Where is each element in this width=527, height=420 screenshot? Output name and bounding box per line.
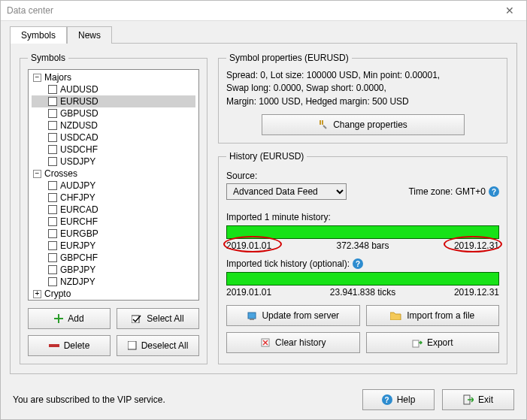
footer: You are subscribed to the VIP service. ?… xyxy=(1,383,526,419)
deselect-all-button[interactable]: Deselect All xyxy=(117,335,199,356)
checkbox-icon[interactable] xyxy=(48,157,57,166)
checkbox-checked-icon xyxy=(132,314,142,323)
tree-item[interactable]: USDCAD xyxy=(32,131,195,144)
collapse-icon[interactable]: − xyxy=(33,74,41,82)
delete-button[interactable]: Delete xyxy=(28,335,111,356)
tree-group-label: Majors xyxy=(44,71,71,83)
tree-item-label: NZDUSD xyxy=(60,119,98,131)
help-icon[interactable]: ? xyxy=(489,186,499,197)
tree-item[interactable]: NZDJPY xyxy=(32,276,195,288)
checkbox-icon[interactable] xyxy=(48,97,57,106)
props-line1: Spread: 0, Lot size: 100000 USD, Min poi… xyxy=(226,69,499,82)
update-label: Update from server xyxy=(262,310,339,321)
timezone-label: Time zone: GMT+0 xyxy=(408,186,486,197)
minute-history-bar xyxy=(226,225,499,239)
tab-news[interactable]: News xyxy=(67,26,112,44)
server-icon xyxy=(247,310,257,321)
checkbox-icon[interactable] xyxy=(48,181,57,190)
change-properties-button[interactable]: Change properties xyxy=(262,114,465,135)
import-label: Import from a file xyxy=(407,310,474,321)
export-icon xyxy=(412,337,423,348)
plus-icon xyxy=(54,314,63,323)
tree-item[interactable]: GBPUSD xyxy=(32,107,195,119)
checkbox-icon[interactable] xyxy=(48,253,57,262)
clear-history-button[interactable]: Clear history xyxy=(226,332,360,353)
collapse-icon[interactable]: − xyxy=(33,170,41,178)
symbols-tree[interactable]: −MajorsAUDUSDEURUSDGBPUSDNZDUSDUSDCADUSD… xyxy=(28,69,199,301)
tree-item[interactable]: CHFJPY xyxy=(32,192,195,204)
checkbox-icon[interactable] xyxy=(48,121,57,130)
checkbox-icon[interactable] xyxy=(48,145,57,154)
tree-item[interactable]: AUDJPY xyxy=(32,180,195,192)
change-properties-label: Change properties xyxy=(333,119,407,130)
help-button[interactable]: ? Help xyxy=(362,389,435,410)
add-button[interactable]: Add xyxy=(28,308,111,329)
add-label: Add xyxy=(68,313,83,324)
history-buttons: Update from server Import from a file Cl… xyxy=(226,305,499,353)
checkbox-icon[interactable] xyxy=(48,85,57,94)
tree-item[interactable]: EURGBP xyxy=(32,228,195,240)
svg-rect-6 xyxy=(413,340,419,347)
checkbox-icon[interactable] xyxy=(48,133,57,142)
checkbox-icon[interactable] xyxy=(48,217,57,226)
svg-rect-3 xyxy=(248,313,256,319)
checkbox-icon[interactable] xyxy=(48,277,57,286)
close-icon[interactable]: ✕ xyxy=(499,3,520,18)
source-select[interactable]: Advanced Data Feed xyxy=(226,183,347,200)
checkbox-icon[interactable] xyxy=(48,109,57,118)
help-icon[interactable]: ? xyxy=(353,258,363,269)
tree-item[interactable]: USDJPY xyxy=(32,156,195,168)
tree-item[interactable]: GBPCHF xyxy=(32,252,195,264)
left-column: Symbols −MajorsAUDUSDEURUSDGBPUSDNZDUSDU… xyxy=(20,53,207,364)
select-all-label: Select All xyxy=(147,313,183,324)
tree-item[interactable]: EURJPY xyxy=(32,240,195,252)
tick-bar-wrap: 2019.01.01 23.941.838 ticks 2019.12.31 xyxy=(226,272,499,298)
properties-group: Symbol properties (EURUSD) Spread: 0, Lo… xyxy=(218,53,507,144)
checkbox-icon[interactable] xyxy=(48,265,57,274)
tree-item[interactable]: GBPJPY xyxy=(32,264,195,276)
tree-item[interactable]: EURCHF xyxy=(32,216,195,228)
tree-item-label: NZDJPY xyxy=(60,276,95,288)
tree-item-label: USDCHF xyxy=(60,144,98,156)
checkbox-icon[interactable] xyxy=(48,229,57,238)
history-legend: History (EURUSD) xyxy=(226,151,307,162)
tree-item[interactable]: USDCHF xyxy=(32,144,195,156)
import-from-file-button[interactable]: Import from a file xyxy=(366,305,500,326)
source-label: Source: xyxy=(226,171,499,181)
clear-label: Clear history xyxy=(275,337,326,348)
update-from-server-button[interactable]: Update from server xyxy=(226,305,360,326)
tick-history-label-row: Imported tick history (optional): ? xyxy=(226,258,499,269)
titlebar: Data center ✕ xyxy=(1,1,526,21)
exit-button[interactable]: Exit xyxy=(442,389,514,410)
history-group: History (EURUSD) Source: Advanced Data F… xyxy=(218,151,507,364)
wrench-icon xyxy=(318,119,329,130)
tree-item-label: EURJPY xyxy=(60,240,95,252)
svg-rect-2 xyxy=(128,341,136,349)
select-all-button[interactable]: Select All xyxy=(117,308,199,329)
help-label: Help xyxy=(397,394,416,405)
tab-symbols[interactable]: Symbols xyxy=(10,26,67,44)
tree-item[interactable]: EURUSD xyxy=(32,95,195,107)
tree-group[interactable]: +Crypto xyxy=(32,288,195,300)
export-button[interactable]: Export xyxy=(366,332,500,353)
subscription-status: You are subscribed to the VIP service. xyxy=(13,394,165,405)
folder-open-icon xyxy=(390,311,402,320)
exit-icon xyxy=(463,394,474,405)
expand-icon[interactable]: + xyxy=(33,290,41,298)
tree-item-label: EURGBP xyxy=(60,228,98,240)
tree-item-label: AUDUSD xyxy=(60,83,98,95)
tree-item[interactable]: NZDUSD xyxy=(32,119,195,131)
properties-text: Spread: 0, Lot size: 100000 USD, Min poi… xyxy=(226,69,499,108)
tree-group[interactable]: −Crosses xyxy=(32,168,195,180)
tree-item-label: GBPJPY xyxy=(60,264,95,276)
tree-item[interactable]: AUDUSD xyxy=(32,83,195,95)
tick-start-date: 2019.01.01 xyxy=(226,287,271,298)
tree-group[interactable]: −Majors xyxy=(32,71,195,83)
checkbox-icon[interactable] xyxy=(48,205,57,214)
tree-item-label: USDCAD xyxy=(60,131,98,144)
tree-item[interactable]: EURCAD xyxy=(32,204,195,216)
symbols-legend: Symbols xyxy=(28,53,68,63)
right-column: Symbol properties (EURUSD) Spread: 0, Lo… xyxy=(218,53,507,364)
checkbox-icon[interactable] xyxy=(48,241,57,250)
checkbox-icon[interactable] xyxy=(48,193,57,202)
